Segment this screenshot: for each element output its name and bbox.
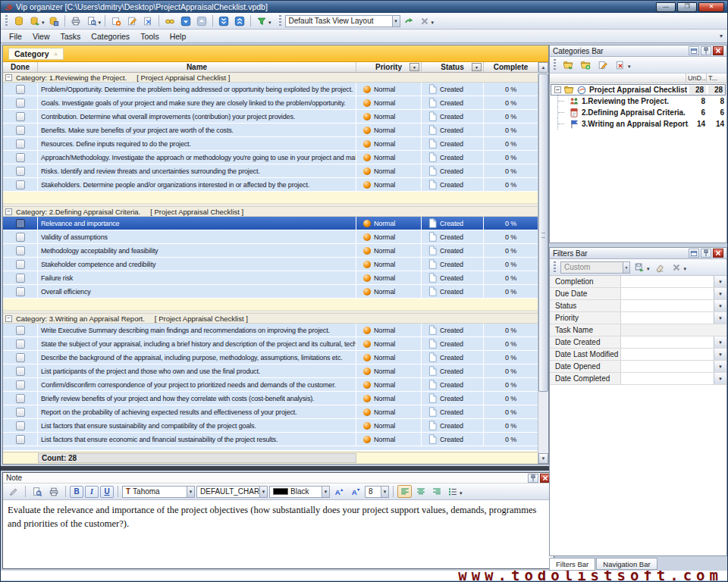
- restore-panel-icon[interactable]: [689, 249, 699, 258]
- task-checkbox[interactable]: [16, 394, 25, 403]
- close-panel-icon[interactable]: [713, 249, 723, 258]
- toolbar-overflow-icon[interactable]: ▾: [431, 20, 435, 26]
- shrink-font-icon[interactable]: A: [348, 485, 363, 499]
- task-row[interactable]: Stakeholder competence and credibilityNo…: [3, 258, 538, 271]
- filter-value[interactable]: [621, 300, 714, 311]
- restore-panel-icon[interactable]: [689, 46, 699, 55]
- task-checkbox[interactable]: [16, 246, 25, 255]
- column-header-done[interactable]: Done: [3, 62, 38, 72]
- filter-icon-dropdown[interactable]: ▾: [268, 20, 271, 26]
- expand-all-icon[interactable]: [216, 14, 231, 28]
- column-header-name[interactable]: Name: [38, 62, 356, 72]
- tab-navigation-bar[interactable]: Navigation Bar: [596, 558, 657, 570]
- task-row[interactable]: Resources. Define inputs required to do …: [3, 137, 538, 151]
- categories-toolbar-overflow-icon[interactable]: ▾: [628, 64, 631, 70]
- task-row[interactable]: List factors that ensure economic and fi…: [3, 433, 538, 446]
- tab-filters-bar[interactable]: Filters Bar: [549, 558, 595, 571]
- task-row[interactable]: List factors that ensure sustainability …: [3, 419, 538, 433]
- clear-filter-icon[interactable]: [652, 261, 667, 274]
- new-task-icon[interactable]: [108, 14, 124, 28]
- print-preview-icon[interactable]: [84, 14, 99, 28]
- chevron-down-icon[interactable]: ▼: [381, 487, 388, 497]
- move-up-icon[interactable]: [194, 14, 209, 28]
- open-database-icon[interactable]: [27, 14, 42, 28]
- task-row[interactable]: Risks. Identify and review threats and u…: [3, 164, 538, 178]
- filter-dropdown-icon[interactable]: ▼: [714, 361, 726, 372]
- minimize-button[interactable]: —: [656, 2, 676, 12]
- underline-button[interactable]: U: [100, 486, 114, 498]
- filter-dropdown-icon[interactable]: ▼: [714, 288, 726, 299]
- filter-value[interactable]: [621, 349, 714, 360]
- task-checkbox[interactable]: [16, 353, 25, 362]
- note-print-icon[interactable]: [46, 485, 61, 499]
- grow-font-icon[interactable]: A: [331, 485, 347, 499]
- priority-filter-button[interactable]: ▼: [410, 63, 419, 71]
- delete-filter-icon[interactable]: [669, 261, 684, 274]
- task-row[interactable]: Write Executive Summary describing main …: [3, 324, 538, 337]
- menubar-overflow-icon[interactable]: ▾: [720, 33, 723, 39]
- edit-note-icon[interactable]: [6, 485, 21, 499]
- task-row[interactable]: Goals. Investigate goals of your project…: [3, 96, 538, 110]
- font-select[interactable]: T Tahoma ▼: [122, 486, 195, 498]
- print-icon[interactable]: [68, 14, 83, 28]
- edit-task-icon[interactable]: [124, 14, 140, 28]
- collapse-tree-icon[interactable]: −: [554, 86, 561, 93]
- category-group-header[interactable]: −Category: 2.Defining Appraisal Criteria…: [3, 207, 538, 217]
- align-left-button[interactable]: [397, 485, 412, 498]
- status-filter-button[interactable]: ▼: [472, 63, 482, 71]
- bullet-list-button[interactable]: [445, 485, 460, 498]
- task-row[interactable]: List participants of the project and tho…: [3, 365, 538, 378]
- menu-categories[interactable]: Categories: [86, 31, 135, 42]
- column-header-complete[interactable]: Complete: [484, 62, 538, 72]
- task-row[interactable]: Stakeholders. Determine people and/or or…: [3, 178, 538, 192]
- layout-selector[interactable]: Default Task View Layout ▼: [285, 15, 400, 27]
- undone-column-header[interactable]: UnD...: [686, 74, 706, 83]
- task-checkbox[interactable]: [16, 112, 25, 121]
- font-size-select[interactable]: 8 ▼: [365, 486, 389, 498]
- collapse-group-icon[interactable]: −: [5, 315, 12, 322]
- chevron-down-icon[interactable]: ▼: [623, 262, 629, 273]
- category-tree-item[interactable]: 2.Defining Appraisal Criteria.66: [550, 107, 726, 118]
- maximize-button[interactable]: ❐: [677, 2, 697, 12]
- task-row[interactable]: Problem/Opportunity. Determine the probl…: [3, 83, 538, 96]
- menu-view[interactable]: View: [27, 31, 55, 42]
- task-checkbox[interactable]: [16, 274, 25, 283]
- task-row[interactable]: Overall efficiencyNormalCreated0 %: [3, 285, 538, 299]
- task-checkbox[interactable]: [16, 367, 25, 376]
- category-tree-item[interactable]: 3.Writing an Appraisal Report.1414: [550, 118, 726, 130]
- filter-dropdown-icon[interactable]: ▼: [714, 349, 726, 360]
- task-row[interactable]: Methodology acceptability and feasibilit…: [3, 244, 538, 258]
- task-checkbox[interactable]: [16, 180, 25, 189]
- task-checkbox[interactable]: [16, 380, 25, 390]
- add-subcategory-icon[interactable]: [578, 58, 593, 72]
- view-tasks-icon[interactable]: [162, 14, 177, 28]
- filter-value[interactable]: [621, 276, 714, 287]
- save-database-icon[interactable]: [46, 14, 61, 28]
- close-panel-icon[interactable]: [713, 46, 723, 55]
- pin-icon[interactable]: [701, 46, 711, 55]
- task-row[interactable]: Confirm/disconfirm correspondence of you…: [3, 378, 538, 392]
- pin-icon[interactable]: [701, 249, 711, 258]
- charset-select[interactable]: DEFAULT_CHAR ▼: [196, 486, 268, 498]
- move-down-icon[interactable]: [178, 14, 193, 28]
- delete-task-icon[interactable]: [140, 14, 155, 28]
- task-checkbox[interactable]: [16, 260, 25, 269]
- collapse-group-icon[interactable]: −: [5, 74, 12, 81]
- filter-dropdown-icon[interactable]: ▼: [714, 276, 726, 287]
- apply-layout-icon[interactable]: [401, 14, 416, 28]
- filter-value[interactable]: [621, 373, 714, 384]
- task-checkbox[interactable]: [16, 287, 25, 296]
- new-category-icon[interactable]: [560, 58, 576, 72]
- task-checkbox[interactable]: [16, 126, 25, 135]
- task-row[interactable]: Validity of assumptionsNormalCreated0 %: [3, 230, 538, 244]
- filter-dropdown-icon[interactable]: ▼: [714, 312, 726, 324]
- filters-toolbar-overflow-icon[interactable]: ▾: [684, 266, 687, 272]
- filter-preset-select[interactable]: Custom ▼: [560, 261, 630, 274]
- filter-value[interactable]: [621, 336, 714, 348]
- task-checkbox[interactable]: [16, 233, 25, 242]
- task-checkbox[interactable]: [16, 421, 25, 430]
- open-database-icon-dropdown[interactable]: ▾: [42, 20, 45, 26]
- filter-value[interactable]: [621, 312, 714, 324]
- collapse-group-icon[interactable]: −: [5, 208, 12, 215]
- pin-icon[interactable]: [528, 474, 538, 483]
